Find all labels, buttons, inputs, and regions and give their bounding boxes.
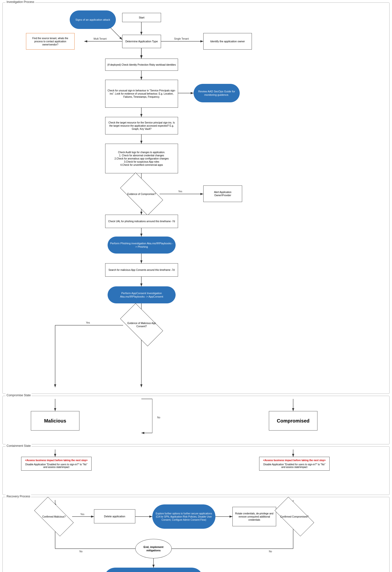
start-box: Start bbox=[122, 13, 161, 22]
compromise-flowchart: No Malicious Compromised bbox=[7, 399, 385, 440]
svg-text:Yes: Yes bbox=[86, 321, 90, 324]
svg-text:Single Tenant: Single Tenant bbox=[174, 37, 189, 40]
rotate-credentials-box: Rotate credentials, de-privilege and rem… bbox=[232, 507, 276, 526]
svg-text:Yes: Yes bbox=[80, 513, 84, 516]
confirmed-malicious-diamond: Confirmed Malicious? bbox=[36, 507, 72, 526]
arrows-svg: Multi Tenant Single Tenant Yes bbox=[7, 6, 385, 390]
assess-business-2: <Assess business impact before taking th… bbox=[261, 459, 327, 462]
check-identity-box: (If deployed) Check Identity Protection … bbox=[105, 59, 178, 71]
search-consents-box: Search for malicious App Consents around… bbox=[105, 263, 178, 277]
malicious-box: Malicious bbox=[31, 411, 79, 430]
explore-further-box: Explore further options to further secur… bbox=[152, 504, 215, 529]
compromise-label: Compromise State bbox=[6, 394, 31, 397]
end-box: End, implement mitigations bbox=[135, 539, 172, 558]
containment-left: <Assess business impact before taking th… bbox=[21, 457, 91, 471]
check-ual-box: Check UAL for phishing indications arrou… bbox=[105, 215, 178, 228]
containment-section: Containment State <Assess business impac… bbox=[2, 446, 390, 495]
disable-app-1: Disable Application "Enabled for users t… bbox=[23, 463, 89, 468]
check-target-box: Check the target resource for the Servic… bbox=[105, 117, 178, 134]
determine-box: Determine Application Type bbox=[122, 35, 161, 48]
compromise-section: Compromise State No bbox=[2, 396, 390, 444]
disable-app-2: Disable Application "Enabled for users t… bbox=[261, 463, 327, 468]
check-audit-box: Check Audit logs for changes to applicat… bbox=[105, 144, 178, 173]
check-signin-box: Check for unusual sign-in behaviour in "… bbox=[105, 80, 178, 108]
investigation-label: Investigation Process bbox=[6, 0, 35, 4]
investigation-section: Investigation Process Multi Tenant bbox=[2, 2, 390, 394]
svg-text:No: No bbox=[157, 416, 160, 419]
assess-business-1: <Assess business impact before taking th… bbox=[23, 459, 89, 462]
identify-owner-box: Identify the application owner bbox=[203, 33, 252, 49]
recovery-section: Recovery Process Yes bbox=[2, 497, 390, 572]
recovery-flowchart: Yes Yes No No bbox=[7, 500, 385, 572]
containment-flowchart: <Assess business impact before taking th… bbox=[7, 449, 385, 491]
evidence-malicious-diamond: Evidence of Malicious App Consent? bbox=[122, 314, 161, 336]
signs-box: Signs of an application attack bbox=[70, 10, 116, 29]
svg-text:Yes: Yes bbox=[178, 190, 182, 193]
containment-right: <Assess business impact before taking th… bbox=[259, 457, 330, 471]
find-source-box: Find the source tenant, whats the proces… bbox=[26, 33, 75, 49]
investigation-flowchart: Multi Tenant Single Tenant Yes bbox=[7, 6, 385, 390]
confirmed-compromised-diamond: Confirmed Compromised? bbox=[276, 507, 313, 526]
compromised-box: Compromised bbox=[269, 411, 317, 430]
svg-text:No: No bbox=[79, 550, 83, 553]
review-aad-box: Review AAD SecOps Guide for monitoring g… bbox=[194, 84, 240, 102]
recovery-label: Recovery Process bbox=[6, 495, 31, 498]
svg-text:Multi Tenant: Multi Tenant bbox=[93, 37, 107, 40]
outer-wrapper: Investigation Process Multi Tenant bbox=[0, 0, 392, 572]
alert-owner-box: Alert Application Owner\Provider bbox=[203, 186, 242, 202]
delete-app-box: Delete application bbox=[94, 509, 135, 523]
evidence-compromise-diamond: Evidence of Compromise? bbox=[122, 183, 161, 205]
perform-appconsent-box: Perform AppConsent Investigation Aka.ms/… bbox=[108, 286, 176, 303]
containment-label: Containment State bbox=[6, 444, 31, 447]
perform-lessons-box: Perform Lessons learned – https://docs.m… bbox=[104, 568, 203, 572]
svg-text:No: No bbox=[269, 550, 272, 553]
perform-phishing-box: Perform Phishing investigation Aka.ms/IR… bbox=[108, 237, 176, 254]
